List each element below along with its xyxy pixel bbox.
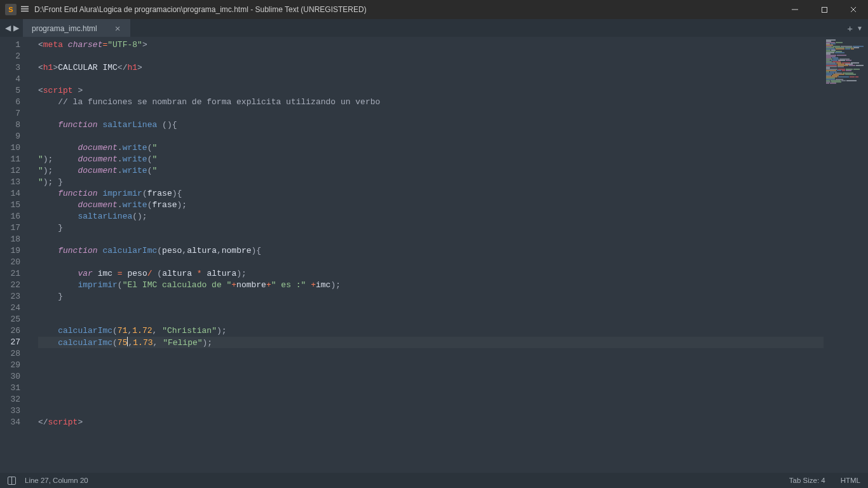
status-syntax[interactable]: HTML <box>841 477 860 484</box>
tab-dropdown-icon[interactable]: ▼ <box>857 25 863 32</box>
minimap[interactable] <box>824 37 868 473</box>
tabbar: ◀ ▶ programa_imc.html × + ▼ <box>0 19 868 37</box>
new-tab-icon[interactable]: + <box>847 23 853 34</box>
window-controls <box>780 0 868 19</box>
close-icon[interactable]: × <box>115 24 121 33</box>
status-position[interactable]: Line 27, Column 20 <box>25 477 88 484</box>
window-title: D:\Front End Alura\Logica de programacio… <box>34 5 367 14</box>
minimize-button[interactable] <box>780 0 810 19</box>
statusbar: Line 27, Column 20 Tab Size: 4 HTML <box>0 473 868 488</box>
nav-forward-icon[interactable]: ▶ <box>12 24 20 32</box>
maximize-button[interactable] <box>810 0 839 19</box>
panel-toggle-icon[interactable] <box>8 477 16 485</box>
svg-rect-0 <box>822 7 827 12</box>
editor[interactable]: 1234567891011121314151617181920212223242… <box>0 37 868 473</box>
tab-active[interactable]: programa_imc.html × <box>23 19 130 37</box>
close-button[interactable] <box>839 0 868 19</box>
status-tab-size[interactable]: Tab Size: 4 <box>789 477 825 484</box>
app-icon: S <box>5 4 17 15</box>
tab-label: programa_imc.html <box>32 24 97 33</box>
titlebar: S D:\Front End Alura\Logica de programac… <box>0 0 868 19</box>
code-area[interactable]: <meta charset="UTF-8"> <h1>CALCULAR IMC<… <box>32 37 824 473</box>
gutter: 1234567891011121314151617181920212223242… <box>0 37 32 473</box>
menu-icon[interactable] <box>20 4 29 15</box>
nav-back-icon[interactable]: ◀ <box>4 24 12 32</box>
